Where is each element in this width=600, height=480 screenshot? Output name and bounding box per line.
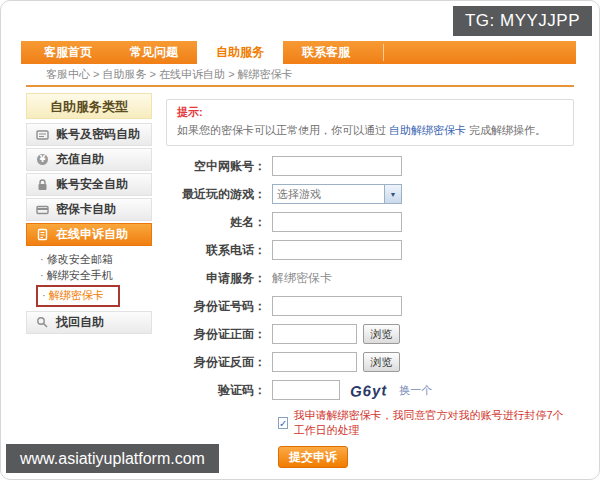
- header-rule: [26, 85, 574, 87]
- sidebar-item-label: 账号安全自助: [56, 176, 128, 193]
- agree-checkbox[interactable]: ✓: [278, 417, 288, 429]
- card-icon: [36, 203, 49, 216]
- id-front-input[interactable]: [272, 324, 357, 344]
- tab-faq[interactable]: 常见问题: [111, 41, 197, 64]
- id-number-label: 身份证号码：: [166, 298, 272, 315]
- name-label: 姓名：: [166, 214, 272, 231]
- top-navbar: 客服首页 常见问题 自助服务 联系客服: [21, 41, 576, 64]
- sidebar-subitem-unbind-phone[interactable]: ·解绑安全手机: [40, 268, 152, 283]
- name-row: 姓名：: [166, 212, 574, 232]
- bullet: ·: [40, 253, 44, 265]
- id-number-row: 身份证号码：: [166, 296, 574, 316]
- sidebar-submenu: ·修改安全邮箱 ·解绑安全手机 ·解绑密保卡: [26, 248, 152, 311]
- phone-row: 联系电话：: [166, 240, 574, 260]
- tip-body: 如果您的密保卡可以正常使用，你可以通过自助解绑密保卡完成解绑操作。: [177, 123, 563, 138]
- svg-text:¥: ¥: [40, 155, 46, 164]
- magnifier-icon: [36, 316, 49, 329]
- agree-text: 我申请解绑密保卡，我同意官方对我的账号进行封停7个工作日的处理: [293, 408, 574, 438]
- nav-divider: [383, 44, 384, 61]
- tab-contact-service[interactable]: 联系客服: [283, 41, 369, 64]
- name-input[interactable]: [272, 212, 402, 232]
- service-row: 申请服务： 解绑密保卡: [166, 268, 574, 288]
- id-back-label: 身份证反面：: [166, 354, 272, 371]
- appeal-doc-icon: [36, 228, 49, 241]
- id-front-label: 身份证正面：: [166, 326, 272, 343]
- bullet: ·: [42, 289, 46, 301]
- sidebar: 自助服务类型 账号及密码自助 ¥ 充值自助 账号安全自助 密保卡自助: [26, 93, 152, 336]
- id-front-row: 身份证正面： 浏览: [166, 324, 574, 344]
- account-label: 空中网账号：: [166, 158, 272, 175]
- phone-input[interactable]: [272, 240, 402, 260]
- sidebar-item-security-card[interactable]: 密保卡自助: [26, 198, 152, 221]
- lock-icon: [36, 178, 49, 191]
- sidebar-item-retrieve[interactable]: 找回自助: [26, 311, 152, 334]
- sidebar-item-account-security[interactable]: 账号安全自助: [26, 173, 152, 196]
- service-value: 解绑密保卡: [272, 270, 332, 287]
- game-row: 最近玩的游戏： 选择游戏 ▼: [166, 184, 574, 204]
- captcha-label: 验证码：: [166, 382, 272, 399]
- account-input[interactable]: [272, 156, 402, 176]
- submit-appeal-button[interactable]: 提交申诉: [278, 446, 348, 468]
- sidebar-item-account-password[interactable]: 账号及密码自助: [26, 123, 152, 146]
- watermark: www.asiatiyuplatform.com: [6, 444, 219, 473]
- tip-text-after: 完成解绑操作。: [469, 124, 546, 136]
- tip-text-before: 如果您的密保卡可以正常使用，你可以通过: [177, 124, 386, 136]
- game-label: 最近玩的游戏：: [166, 186, 272, 203]
- chevron-down-icon: ▼: [384, 185, 401, 203]
- bullet: ·: [40, 269, 44, 281]
- captcha-row: 验证码： G6yt 换一个: [166, 380, 574, 400]
- game-select-value: 选择游戏: [273, 187, 384, 202]
- subitem-label: 解绑密保卡: [49, 289, 104, 301]
- self-unbind-link[interactable]: 自助解绑密保卡: [389, 124, 466, 136]
- main-content: 提示: 如果您的密保卡可以正常使用，你可以通过自助解绑密保卡完成解绑操作。 空中…: [166, 99, 574, 468]
- subitem-label: 解绑安全手机: [47, 269, 113, 281]
- page: TG: MYYJJPP 客服首页 常见问题 自助服务 联系客服 客服中心 > 自…: [0, 0, 600, 480]
- service-label: 申请服务：: [166, 270, 272, 287]
- tab-service-home[interactable]: 客服首页: [25, 41, 111, 64]
- sidebar-subitem-modify-email[interactable]: ·修改安全邮箱: [40, 252, 152, 267]
- game-select[interactable]: 选择游戏 ▼: [272, 184, 402, 204]
- phone-label: 联系电话：: [166, 242, 272, 259]
- sidebar-subitem-unbind-security-card[interactable]: ·解绑密保卡: [36, 285, 120, 307]
- id-card-icon: [36, 128, 49, 141]
- id-back-row: 身份证反面： 浏览: [166, 352, 574, 372]
- sidebar-item-label: 在线申诉自助: [56, 226, 128, 243]
- sidebar-item-recharge[interactable]: ¥ 充值自助: [26, 148, 152, 171]
- account-row: 空中网账号：: [166, 156, 574, 176]
- tab-self-service[interactable]: 自助服务: [197, 41, 283, 64]
- breadcrumb: 客服中心 > 自助服务 > 在线申诉自助 > 解绑密保卡: [26, 67, 574, 84]
- subitem-label: 修改安全邮箱: [47, 253, 113, 265]
- agree-row: ✓ 我申请解绑密保卡，我同意官方对我的账号进行封停7个工作日的处理: [278, 408, 574, 438]
- sidebar-item-label: 找回自助: [56, 314, 104, 331]
- yen-coin-icon: ¥: [36, 153, 49, 166]
- sidebar-item-online-appeal[interactable]: 在线申诉自助: [26, 223, 152, 246]
- tg-contact-badge: TG: MYYJJPP: [453, 6, 592, 36]
- id-back-input[interactable]: [272, 352, 357, 372]
- captcha-image: G6yt: [350, 381, 388, 399]
- tip-title: 提示:: [177, 105, 563, 120]
- sidebar-item-label: 充值自助: [56, 151, 104, 168]
- sidebar-item-label: 密保卡自助: [56, 201, 116, 218]
- tip-box: 提示: 如果您的密保卡可以正常使用，你可以通过自助解绑密保卡完成解绑操作。: [166, 99, 574, 146]
- id-number-input[interactable]: [272, 296, 402, 316]
- captcha-input[interactable]: [272, 380, 340, 400]
- sidebar-item-label: 账号及密码自助: [56, 126, 140, 143]
- sidebar-title: 自助服务类型: [26, 93, 152, 119]
- captcha-refresh-link[interactable]: 换一个: [399, 383, 432, 398]
- id-back-browse-button[interactable]: 浏览: [363, 352, 400, 372]
- id-front-browse-button[interactable]: 浏览: [363, 324, 400, 344]
